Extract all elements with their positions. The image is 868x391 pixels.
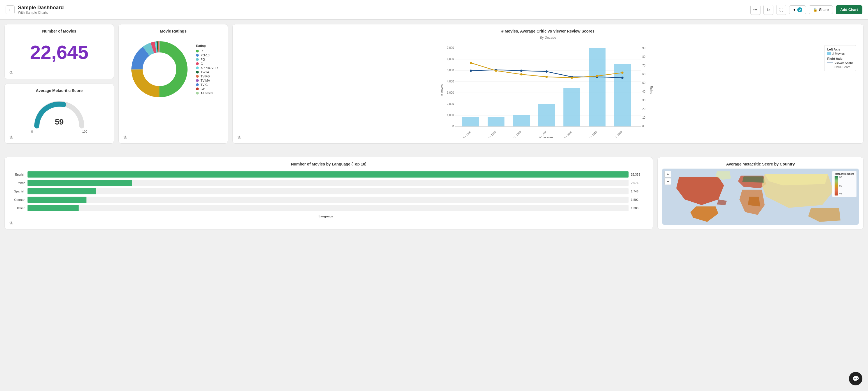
svg-text:1970 - 1980: 1970 - 1980 bbox=[510, 130, 522, 138]
metacritic-title: Average Metacritic Score bbox=[9, 88, 109, 93]
lang-bar-italian: Italian 1,308 bbox=[9, 205, 643, 211]
svg-text:2000 - 2010: 2000 - 2010 bbox=[586, 130, 597, 138]
movies-count-value: 22,645 bbox=[9, 36, 109, 71]
more-button[interactable]: ••• bbox=[750, 5, 761, 15]
big-chart-filter-icon[interactable]: ⚗ bbox=[237, 135, 241, 139]
svg-text:0: 0 bbox=[642, 125, 644, 128]
donut-chart bbox=[129, 38, 190, 100]
movies-filter-icon[interactable]: ⚗ bbox=[9, 70, 13, 75]
map-legend: Metacritic Score 90 80 70 bbox=[832, 171, 857, 197]
lang-label-english: English bbox=[9, 173, 28, 176]
lang-bar-german: German 1,502 bbox=[9, 197, 643, 203]
svg-text:# Movies: # Movies bbox=[440, 85, 443, 96]
svg-text:6,000: 6,000 bbox=[447, 58, 454, 61]
map-legend-80: 80 bbox=[839, 184, 842, 187]
svg-text:30: 30 bbox=[642, 99, 646, 102]
lang-track-french bbox=[28, 180, 628, 186]
svg-text:0: 0 bbox=[452, 125, 454, 128]
lang-chart-content: English 15,352 French 2,676 Spanish 1,74… bbox=[9, 169, 648, 221]
map-legend-90: 90 bbox=[839, 176, 842, 179]
legend-item-approved: APPROVED bbox=[196, 66, 218, 70]
legend-item-pg: PG bbox=[196, 58, 218, 61]
svg-rect-32 bbox=[563, 88, 580, 127]
svg-text:Decade: Decade bbox=[542, 136, 553, 138]
svg-text:40: 40 bbox=[642, 90, 646, 93]
fullscreen-icon: ⛶ bbox=[779, 7, 783, 12]
filter-button[interactable]: ▼ 2 bbox=[789, 5, 806, 14]
gauge-labels: 0 100 bbox=[31, 130, 87, 133]
add-chart-button[interactable]: Add Chart bbox=[836, 5, 862, 14]
legend-viewer-label: Viewer Score bbox=[835, 61, 853, 65]
lang-track-german bbox=[28, 197, 628, 203]
lang-track-italian bbox=[28, 205, 628, 211]
lang-track-spanish bbox=[28, 188, 628, 194]
svg-text:90: 90 bbox=[642, 46, 646, 50]
ratings-title: Movie Ratings bbox=[123, 29, 223, 33]
legend-critic: Critic Score bbox=[827, 65, 853, 69]
svg-text:2010 - 2020: 2010 - 2020 bbox=[611, 130, 623, 138]
legend-item-tv14: TV-14 bbox=[196, 70, 218, 74]
chart-legend-box: Left Axis # Movies Right Axis Viewer Sco… bbox=[824, 45, 856, 71]
lang-bar-spanish: Spanish 1,746 bbox=[9, 188, 643, 194]
dashboard-subtitle: With Sample Charts bbox=[18, 11, 64, 14]
svg-point-49 bbox=[546, 70, 548, 73]
lang-value-french: 2,676 bbox=[628, 181, 643, 185]
svg-point-48 bbox=[520, 70, 522, 72]
lang-value-english: 15,352 bbox=[628, 173, 643, 176]
svg-text:59: 59 bbox=[55, 118, 63, 126]
legend-movies: # Movies bbox=[827, 52, 853, 55]
svg-rect-30 bbox=[513, 115, 530, 127]
header-right: ••• ↻ ⛶ ▼ 2 🔒 Share Add Chart bbox=[750, 5, 862, 15]
lang-filter-icon[interactable]: ⚗ bbox=[9, 221, 13, 225]
svg-point-59 bbox=[621, 71, 623, 74]
lang-fill-french bbox=[28, 180, 132, 186]
lang-label-spanish: Spanish bbox=[9, 190, 28, 193]
lang-fill-german bbox=[28, 197, 87, 203]
map-legend-70: 70 bbox=[839, 193, 842, 195]
header: ← Sample Dashboard With Sample Charts ••… bbox=[0, 0, 868, 20]
ratings-legend: Rating R PG-13 PG G APPROVED TV-14 TV-PG… bbox=[196, 44, 218, 95]
lang-label-italian: Italian bbox=[9, 206, 28, 210]
movie-ratings-card: Movie Ratings bbox=[119, 24, 228, 143]
svg-point-55 bbox=[520, 73, 522, 75]
big-chart-container: 0 1,000 2,000 3,000 4,000 5,000 6,000 7,… bbox=[237, 42, 859, 139]
svg-point-57 bbox=[571, 76, 573, 79]
donut-wrapper: Rating R PG-13 PG G APPROVED TV-14 TV-PG… bbox=[123, 36, 223, 103]
movies-count-title: Number of Movies bbox=[9, 29, 109, 33]
lang-label-german: German bbox=[9, 198, 28, 201]
map-chart-title: Average Metacritic Score by Country bbox=[662, 162, 859, 166]
refresh-button[interactable]: ↻ bbox=[763, 5, 773, 15]
legend-item-tvpg: TV-PG bbox=[196, 75, 218, 78]
map-container: + − Metacritic Score 90 80 70 bbox=[662, 169, 859, 225]
share-button[interactable]: 🔒 Share bbox=[809, 5, 833, 14]
fullscreen-button[interactable]: ⛶ bbox=[776, 5, 786, 15]
map-legend-title: Metacritic Score bbox=[835, 172, 854, 175]
svg-rect-31 bbox=[538, 104, 555, 127]
map-zoom-controls: + − bbox=[664, 171, 671, 185]
ratings-filter-icon[interactable]: ⚗ bbox=[123, 135, 127, 139]
movies-count-card: Number of Movies 22,645 ⚗ bbox=[4, 24, 114, 79]
lang-fill-spanish bbox=[28, 188, 96, 194]
metacritic-card: Average Metacritic Score 59 0 100 ⚗ bbox=[4, 84, 114, 143]
map-legend-gradient bbox=[835, 176, 838, 195]
lang-value-spanish: 1,746 bbox=[628, 190, 643, 193]
svg-text:20: 20 bbox=[642, 107, 646, 110]
svg-point-52 bbox=[621, 76, 623, 79]
language-chart-card: Number of Movies by Language (Top 10) En… bbox=[4, 157, 653, 229]
lang-value-italian: 1,308 bbox=[628, 206, 643, 210]
zoom-in-button[interactable]: + bbox=[664, 171, 671, 177]
header-title-group: Sample Dashboard With Sample Charts bbox=[18, 5, 64, 14]
lock-icon: 🔒 bbox=[813, 7, 817, 12]
lang-fill-italian bbox=[28, 205, 79, 211]
svg-point-58 bbox=[596, 75, 598, 77]
zoom-out-button[interactable]: − bbox=[664, 178, 671, 185]
lang-bar-english: English 15,352 bbox=[9, 171, 643, 177]
legend-item-r: R bbox=[196, 50, 218, 53]
svg-text:5,000: 5,000 bbox=[447, 69, 454, 72]
share-label: Share bbox=[819, 7, 829, 12]
svg-text:1990 - 2000: 1990 - 2000 bbox=[561, 130, 572, 138]
combo-chart-svg: 0 1,000 2,000 3,000 4,000 5,000 6,000 7,… bbox=[240, 42, 856, 138]
metacritic-filter-icon[interactable]: ⚗ bbox=[9, 135, 13, 139]
legend-title: Rating bbox=[196, 44, 218, 47]
back-button[interactable]: ← bbox=[6, 5, 14, 14]
